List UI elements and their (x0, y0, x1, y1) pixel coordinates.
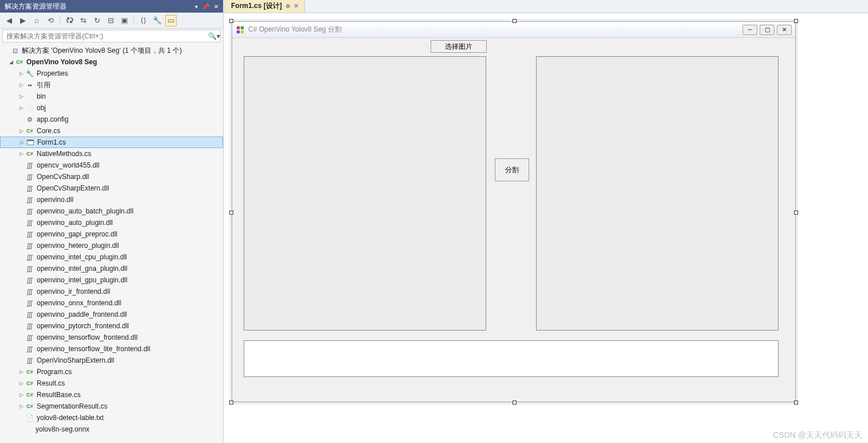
tree-item-dll[interactable]: ∭openvino_ir_frontend.dll (0, 286, 223, 297)
search-icon[interactable]: 🔍▾ (208, 30, 220, 42)
resize-handle[interactable] (794, 401, 798, 405)
tree-label: openvino_tensorflow_lite_frontend.dll (37, 345, 150, 353)
tree-item-dll[interactable]: ∭opencv_world455.dll (0, 160, 223, 171)
tree-label: ResultBase.cs (37, 391, 81, 399)
resize-handle[interactable] (229, 211, 233, 215)
designer-surface[interactable]: C# OpenVino Yolov8 Seg 分割 ─ ▢ ✕ 选择图片 分割 (224, 13, 868, 443)
picture-box-left[interactable] (244, 56, 486, 331)
tree-item-references[interactable]: ▷ ▪▪ 引用 (0, 79, 223, 91)
picture-box-right[interactable] (536, 56, 779, 331)
output-textarea[interactable] (244, 340, 779, 377)
chevron-right-icon[interactable]: ▷ (17, 151, 25, 157)
tree-item-resultbase[interactable]: ▷C#ResultBase.cs (0, 389, 223, 401)
chevron-right-icon[interactable]: ▷ (17, 94, 25, 99)
tree-item-result[interactable]: ▷C#Result.cs (0, 378, 223, 389)
tree-item-dll[interactable]: ∭openvino_paddle_frontend.dll (0, 309, 223, 320)
tree-item-dll[interactable]: ∭openvino_tensorflow_frontend.dll (0, 332, 223, 343)
tree-item-bin[interactable]: ▷ ⬚ bin (0, 91, 223, 102)
chevron-right-icon[interactable]: ▷ (17, 392, 25, 398)
pin-icon[interactable]: ⊕ (286, 3, 290, 9)
tree-item-txt[interactable]: 📄yolov8-detect-lable.txt (0, 412, 223, 423)
chevron-right-icon[interactable]: ▷ (17, 369, 25, 375)
tree-item-program[interactable]: ▷C#Program.cs (0, 366, 223, 378)
tree-item-dll[interactable]: ∭openvino_pytorch_frontend.dll (0, 320, 223, 332)
tree-item-obj[interactable]: ▷ ⬚ obj (0, 102, 223, 114)
pin-icon[interactable]: 📌 (202, 3, 209, 10)
dropdown-icon[interactable]: ▾ (195, 3, 198, 10)
chevron-right-icon[interactable]: ▷ (17, 380, 25, 386)
tree-item-form1[interactable]: ▷ Form1.cs (0, 137, 223, 148)
select-image-button[interactable]: 选择图片 (431, 40, 487, 53)
dll-icon: ∭ (25, 321, 34, 331)
tree-item-dll[interactable]: ∭openvino_tensorflow_lite_frontend.dll (0, 343, 223, 355)
refresh-icon[interactable]: 🗘 (64, 15, 75, 26)
tree-label: Core.cs (37, 127, 60, 135)
home-icon[interactable]: ⌂ (31, 15, 42, 26)
tree-item-dll[interactable]: ∭OpenVinoSharpExtern.dll (0, 355, 223, 366)
preview-icon[interactable]: ▭ (165, 15, 177, 26)
tree-item-core[interactable]: ▷ C# Core.cs (0, 125, 223, 137)
chevron-right-icon[interactable]: ▷ (18, 139, 26, 145)
form-titlebar[interactable]: C# OpenVino Yolov8 Seg 分割 ─ ▢ ✕ (232, 22, 795, 38)
chevron-right-icon[interactable]: ▷ (17, 71, 25, 76)
collapse-icon[interactable]: ⊟ (105, 15, 116, 26)
tree-item-dll[interactable]: ∭openvino_gapi_preproc.dll (0, 228, 223, 240)
form-window[interactable]: C# OpenVino Yolov8 Seg 分割 ─ ▢ ✕ 选择图片 分割 (232, 21, 796, 402)
forward-icon[interactable]: ▶ (17, 15, 29, 26)
resize-handle[interactable] (229, 19, 233, 23)
chevron-right-icon[interactable]: ▷ (17, 82, 25, 88)
tree-item-dll[interactable]: ∭openvino_intel_gpu_plugin.dll (0, 274, 223, 286)
minimize-icon[interactable]: ─ (742, 25, 757, 35)
show-all-icon[interactable]: ▣ (119, 15, 130, 26)
tree-item-segresult[interactable]: ▷C#SegmentationResult.cs (0, 401, 223, 412)
chevron-right-icon[interactable]: ▷ (17, 105, 25, 111)
back-icon[interactable]: ◀ (3, 15, 15, 26)
resize-handle[interactable] (513, 401, 517, 405)
tree-item-onnx[interactable]: yolov8n-seg.onnx (0, 423, 223, 435)
resize-handle[interactable] (794, 211, 798, 215)
resize-handle[interactable] (794, 19, 798, 23)
tree-label: NativeMethods.cs (37, 150, 91, 158)
tree-item-dll[interactable]: ∭openvino_intel_cpu_plugin.dll (0, 251, 223, 263)
segment-button[interactable]: 分割 (495, 158, 529, 181)
solution-icon: ⊡ (10, 46, 19, 55)
solution-node[interactable]: ⊡ 解决方案 'OpenVino Yolov8 Seg' (1 个项目，共 1 … (0, 45, 223, 56)
tree-item-appconfig[interactable]: ⚙ app.config (0, 114, 223, 125)
dll-icon: ∭ (25, 172, 34, 181)
project-node[interactable]: ◢ C# OpenVino Yolov8 Seg (0, 56, 223, 68)
tree-item-dll[interactable]: ∭openvino_hetero_plugin.dll (0, 240, 223, 251)
separator (60, 16, 60, 25)
redo-arrow-icon[interactable]: ↻ (91, 15, 103, 26)
svg-rect-2 (237, 30, 240, 33)
form-body[interactable]: 选择图片 分割 (232, 38, 795, 402)
svg-rect-0 (237, 26, 240, 29)
tree-item-dll[interactable]: ∭openvino_intel_gna_plugin.dll (0, 263, 223, 274)
code-icon[interactable]: ⟨⟩ (138, 15, 149, 26)
tree-item-dll[interactable]: ∭OpenCvSharpExtern.dll (0, 182, 223, 194)
tab-form1-design[interactable]: Form1.cs [设计] ⊕ ✕ (225, 0, 305, 13)
tree-item-nativemethods[interactable]: ▷ C# NativeMethods.cs (0, 148, 223, 160)
tree-item-properties[interactable]: ▷ 🔧 Properties (0, 68, 223, 79)
tree-item-dll[interactable]: ∭openvino_auto_plugin.dll (0, 217, 223, 228)
maximize-icon[interactable]: ▢ (760, 25, 775, 35)
chevron-right-icon[interactable]: ▷ (17, 403, 25, 409)
chevron-down-icon[interactable]: ◢ (7, 59, 15, 65)
properties-icon[interactable]: 🔧 (151, 15, 163, 26)
sync-icon[interactable]: ⟲ (45, 15, 56, 26)
resize-handle[interactable] (513, 19, 517, 23)
chevron-right-icon[interactable]: ▷ (17, 128, 25, 134)
tree-label: 引用 (37, 80, 50, 90)
tree-item-dll[interactable]: ∭OpenCvSharp.dll (0, 171, 223, 182)
close-icon[interactable]: ✕ (294, 2, 299, 10)
resize-handle[interactable] (229, 401, 233, 405)
tree-item-dll[interactable]: ∭openvino_auto_batch_plugin.dll (0, 205, 223, 217)
undo-arrow-icon[interactable]: ⇆ (77, 15, 89, 26)
close-icon[interactable]: ✕ (214, 3, 218, 10)
tree-item-dll[interactable]: ∭openvino_onnx_frontend.dll (0, 297, 223, 309)
search-input[interactable] (3, 30, 208, 42)
csharp-icon: C# (25, 126, 34, 135)
tree-item-dll[interactable]: ∭openvino.dll (0, 194, 223, 205)
form-container[interactable]: C# OpenVino Yolov8 Seg 分割 ─ ▢ ✕ 选择图片 分割 (232, 21, 796, 402)
close-icon[interactable]: ✕ (777, 25, 792, 35)
form-title: C# OpenVino Yolov8 Seg 分割 (248, 25, 742, 34)
